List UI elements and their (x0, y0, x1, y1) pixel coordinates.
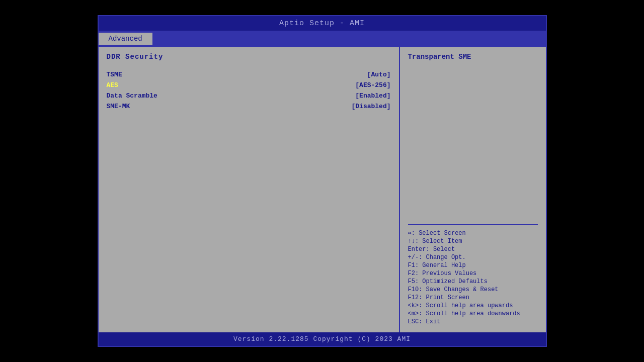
setting-row-tsme: TSME [Auto] (107, 71, 391, 78)
footer-text: Version 2.22.1285 Copyright (C) 2023 AMI (233, 335, 411, 343)
setting-row-sme-mk: SME-MK [Disabled] (107, 103, 391, 110)
shortcuts-section: ⇔: Select Screen ↑↓: Select Item Enter: … (408, 229, 538, 326)
section-title: DDR Security (107, 53, 391, 61)
app-title: Aptio Setup - AMI (279, 19, 365, 28)
shortcut-f12: F12: Print Screen (408, 294, 538, 301)
right-panel: Transparent SME ⇔: Select Screen ↑↓: Sel… (400, 47, 546, 332)
shortcut-m: <m>: Scroll help area downwards (408, 310, 538, 317)
setting-label-sme-mk: SME-MK (107, 103, 130, 110)
shortcut-esc: ESC: Exit (408, 318, 538, 325)
help-text-area: Transparent SME (408, 53, 538, 224)
left-panel: DDR Security TSME [Auto] AES [AES-256] D… (99, 47, 400, 332)
shortcut-f2: F2: Previous Values (408, 270, 538, 277)
shortcut-change-opt: +/-: Change Opt. (408, 254, 538, 261)
setting-value-sme-mk: [Disabled] (351, 103, 390, 110)
title-bar: Aptio Setup - AMI (99, 16, 546, 31)
setting-row-data-scramble: Data Scramble [Enabled] (107, 92, 391, 100)
setting-value-data-scramble: [Enabled] (355, 92, 390, 100)
shortcut-k: <k>: Scroll help area upwards (408, 302, 538, 309)
shortcut-enter: Enter: Select (408, 246, 538, 253)
setting-row-aes[interactable]: AES [AES-256] (107, 81, 391, 89)
app-container: Aptio Setup - AMI Advanced DDR Security … (98, 15, 547, 347)
shortcut-f5: F5: Optimized Defaults (408, 278, 538, 285)
setting-value-tsme: [Auto] (367, 71, 391, 78)
footer: Version 2.22.1285 Copyright (C) 2023 AMI (99, 332, 546, 346)
help-divider (408, 224, 538, 225)
shortcut-select-item: ↑↓: Select Item (408, 238, 538, 245)
setting-label-aes: AES (107, 81, 118, 89)
main-content: DDR Security TSME [Auto] AES [AES-256] D… (99, 47, 546, 332)
setting-label-tsme: TSME (107, 71, 122, 78)
menu-bar: Advanced (99, 31, 546, 47)
shortcut-f1: F1: General Help (408, 262, 538, 269)
shortcut-f10: F10: Save Changes & Reset (408, 286, 538, 293)
setting-value-aes: [AES-256] (355, 81, 390, 89)
tab-advanced[interactable]: Advanced (99, 33, 152, 45)
setting-label-data-scramble: Data Scramble (107, 92, 157, 100)
shortcut-select-screen: ⇔: Select Screen (408, 229, 538, 237)
help-title: Transparent SME (408, 53, 538, 61)
